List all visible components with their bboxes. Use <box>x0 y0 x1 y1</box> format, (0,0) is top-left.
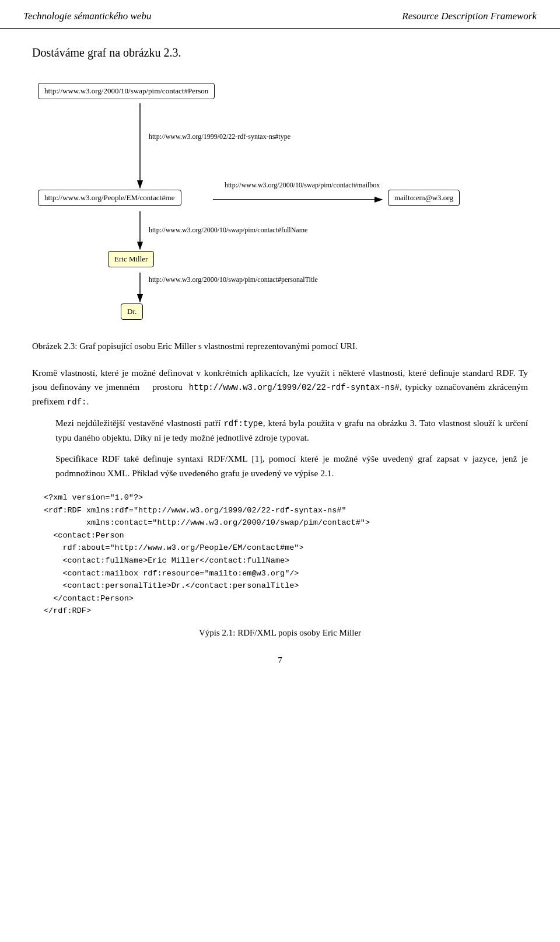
inline-code-rdftype: rdf:type <box>223 419 262 428</box>
node-em-contact: http://www.w3.org/People/EM/contact#me <box>38 190 181 206</box>
inline-code-rdf: rdf: <box>67 397 87 407</box>
page-header: Technologie sémantického webu Resource D… <box>0 0 560 29</box>
paragraph-3: Specifikace RDF také definuje syntaxi RD… <box>55 452 528 481</box>
paragraph-1: Kromě vlastností, které je možné definov… <box>32 366 528 409</box>
header-left: Technologie sémantického webu <box>23 11 151 22</box>
node-eric-miller: Eric Miller <box>108 251 154 267</box>
section-title: Dostáváme graf na obrázku 2.3. <box>32 46 528 60</box>
graph-diagram: http://www.w3.org/2000/10/swap/pim/conta… <box>32 77 534 322</box>
header-right: Resource Description Framework <box>402 11 537 22</box>
node-dr: Dr. <box>121 303 143 320</box>
code-block: <?xml version="1.0"?> <rdf:RDF xmlns:rdf… <box>44 491 528 617</box>
node-mailto: mailto:em@w3.org <box>388 190 460 206</box>
node-person: http://www.w3.org/2000/10/swap/pim/conta… <box>38 83 215 99</box>
listing-caption: Výpis 2.1: RDF/XML popis osoby Eric Mill… <box>32 628 528 638</box>
edge-rdf-type: http://www.w3.org/1999/02/22-rdf-syntax-… <box>149 132 290 141</box>
edge-fullname: http://www.w3.org/2000/10/swap/pim/conta… <box>149 226 307 235</box>
figure-caption: Obrázek 2.3: Graf popisující osobu Eric … <box>32 340 528 353</box>
page-content: Dostáváme graf na obrázku 2.3. http:/ <box>0 46 560 665</box>
edge-personal-title: http://www.w3.org/2000/10/swap/pim/conta… <box>149 275 318 284</box>
inline-code-ns: http://www.w3.org/1999/02/22-rdf-syntax-… <box>189 383 400 392</box>
paragraph-2: Mezi nejdůležitější vestavěné vlastnosti… <box>55 416 528 445</box>
edge-mailbox: http://www.w3.org/2000/10/swap/pim/conta… <box>225 181 380 190</box>
page-number: 7 <box>32 655 528 665</box>
